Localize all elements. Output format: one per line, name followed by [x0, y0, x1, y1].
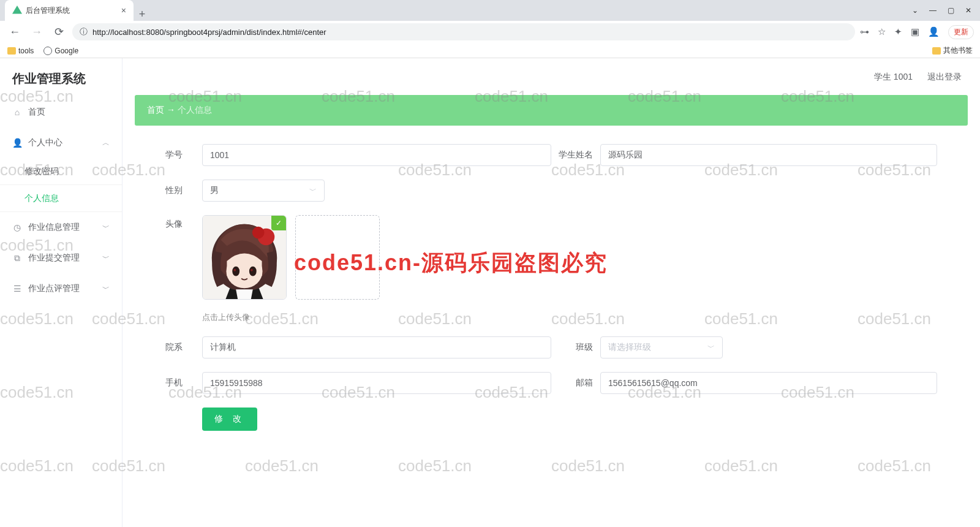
- nav-back-icon[interactable]: ←: [6, 23, 23, 40]
- list-icon: ☰: [12, 284, 22, 294]
- app-root: 作业管理系统 ⌂首页 👤个人中心 ︿ 修改密码 个人信息 ◷作业信息管理 ﹀ ⧉…: [0, 58, 980, 527]
- sidebar-item-homework-info[interactable]: ◷作业信息管理 ﹀: [0, 212, 122, 243]
- label-gender: 性别: [165, 185, 202, 196]
- chevron-up-icon: ︿: [102, 138, 110, 148]
- main-content: 学生 1001 退出登录 首页 → 个人信息 学号 学生姓名 性别: [123, 58, 980, 527]
- update-chip[interactable]: 更新: [948, 25, 974, 39]
- home-icon: ⌂: [12, 107, 22, 117]
- vue-favicon-icon: [12, 6, 22, 15]
- minimize-icon[interactable]: —: [929, 6, 937, 15]
- svg-point-4: [252, 227, 265, 239]
- breadcrumb-arrow: →: [167, 105, 175, 115]
- chevron-down-icon[interactable]: ⌄: [912, 6, 918, 15]
- folder-icon: [932, 47, 941, 55]
- chevron-down-icon: ﹀: [102, 222, 110, 233]
- topbar-logout[interactable]: 退出登录: [927, 72, 962, 83]
- input-email[interactable]: [600, 372, 937, 394]
- browser-tab[interactable]: 后台管理系统 ×: [5, 0, 134, 21]
- topbar: 学生 1001 退出登录: [135, 58, 968, 95]
- submit-button[interactable]: 修 改: [202, 408, 257, 431]
- label-student-name: 学生姓名: [551, 150, 600, 161]
- profile-icon[interactable]: 👤: [928, 26, 940, 37]
- password-key-icon[interactable]: ⊶: [860, 26, 869, 37]
- avatar-upload-box[interactable]: [295, 215, 380, 300]
- label-phone: 手机: [165, 377, 202, 389]
- sidebar-item-home[interactable]: ⌂首页: [0, 97, 122, 127]
- label-email: 邮箱: [551, 377, 600, 389]
- label-class: 班级: [551, 342, 600, 353]
- sidebar-menu: ⌂首页 👤个人中心 ︿ 修改密码 个人信息 ◷作业信息管理 ﹀ ⧉作业提交管理 …: [0, 97, 122, 304]
- extensions-puzzle-icon[interactable]: ✦: [894, 26, 902, 37]
- topbar-user[interactable]: 学生 1001: [874, 72, 913, 83]
- url-field[interactable]: ⓘ http://localhost:8080/springboot4prsj/…: [72, 23, 855, 40]
- nav-forward-icon[interactable]: →: [28, 23, 45, 40]
- sidebar-item-homework-submit[interactable]: ⧉作业提交管理 ﹀: [0, 243, 122, 273]
- chevron-down-icon: ﹀: [102, 253, 110, 264]
- info-icon: ⓘ: [80, 26, 88, 37]
- sidebar-item-change-password[interactable]: 修改密码: [0, 158, 122, 185]
- label-department: 院系: [165, 342, 202, 353]
- profile-form: 学号 学生姓名 性别 男 ﹀ 头像: [135, 144, 968, 431]
- svg-point-6: [232, 267, 239, 276]
- globe-icon: [43, 47, 52, 55]
- input-phone[interactable]: [202, 372, 551, 394]
- toolbar-icons: ⊶ ☆ ✦ ▣ 👤 更新: [860, 25, 974, 39]
- caret-down-icon: ﹀: [309, 186, 317, 196]
- sidebar-item-homework-review[interactable]: ☰作业点评管理 ﹀: [0, 273, 122, 304]
- label-avatar: 头像: [165, 215, 202, 230]
- breadcrumb: 首页 → 个人信息: [135, 95, 968, 126]
- sidebar: 作业管理系统 ⌂首页 👤个人中心 ︿ 修改密码 个人信息 ◷作业信息管理 ﹀ ⧉…: [0, 58, 123, 527]
- bookmark-tools[interactable]: tools: [7, 47, 34, 55]
- chevron-down-icon: ﹀: [102, 284, 110, 294]
- breadcrumb-current: 个人信息: [178, 105, 212, 115]
- tab-bar: 后台管理系统 × + ⌄ — ▢ ✕: [0, 0, 980, 21]
- sidebar-item-personal-info[interactable]: 个人信息: [0, 185, 122, 212]
- breadcrumb-home[interactable]: 首页: [147, 105, 164, 115]
- app-title: 作业管理系统: [0, 70, 122, 97]
- sidebar-item-personal-center[interactable]: 👤个人中心 ︿: [0, 127, 122, 158]
- upload-hint: 点击上传头像: [202, 312, 380, 323]
- caret-down-icon: ﹀: [707, 343, 715, 353]
- window-controls: ⌄ — ▢ ✕: [903, 0, 980, 21]
- select-class-placeholder: 请选择班级: [608, 342, 651, 353]
- svg-point-8: [233, 269, 236, 271]
- reload-icon[interactable]: ⟳: [50, 23, 67, 40]
- avatar-preview[interactable]: ✓: [202, 215, 287, 300]
- side-panel-icon[interactable]: ▣: [911, 26, 919, 37]
- copy-icon: ⧉: [12, 253, 22, 263]
- other-bookmarks[interactable]: 其他书签: [932, 45, 973, 56]
- maximize-icon[interactable]: ▢: [948, 6, 954, 15]
- bookmark-star-icon[interactable]: ☆: [878, 26, 886, 37]
- bookmarks-bar: tools Google 其他书签: [0, 43, 980, 58]
- tab-title: 后台管理系统: [26, 6, 118, 16]
- input-student-name[interactable]: [600, 144, 937, 166]
- user-icon: 👤: [12, 138, 22, 148]
- folder-icon: [7, 47, 16, 55]
- close-tab-icon[interactable]: ×: [121, 6, 126, 15]
- input-department[interactable]: [202, 336, 551, 358]
- address-bar: ← → ⟳ ⓘ http://localhost:8080/springboot…: [0, 21, 980, 43]
- new-tab-button[interactable]: +: [134, 8, 151, 21]
- browser-chrome: 后台管理系统 × + ⌄ — ▢ ✕ ← → ⟳ ⓘ http://localh…: [0, 0, 980, 58]
- clock-icon: ◷: [12, 222, 22, 232]
- select-gender-value: 男: [210, 185, 219, 196]
- avatar-group: ✓: [202, 215, 380, 300]
- check-badge-icon: ✓: [271, 216, 286, 230]
- svg-point-9: [251, 269, 253, 271]
- select-gender[interactable]: 男 ﹀: [202, 180, 325, 202]
- select-class[interactable]: 请选择班级 ﹀: [600, 336, 723, 358]
- url-text: http://localhost:8080/springboot4prsj/ad…: [92, 28, 326, 37]
- input-student-no[interactable]: [202, 144, 551, 166]
- bookmark-google[interactable]: Google: [43, 47, 78, 55]
- label-student-no: 学号: [165, 150, 202, 161]
- svg-point-7: [249, 267, 257, 276]
- close-window-icon[interactable]: ✕: [965, 6, 971, 15]
